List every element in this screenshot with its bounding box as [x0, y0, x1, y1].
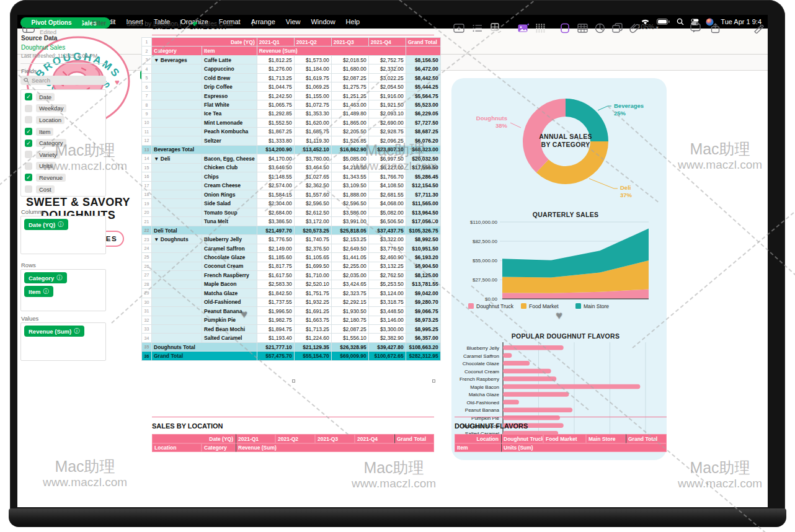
row-number[interactable]: 20 [142, 208, 152, 216]
value-cell[interactable]: $1,766.70 [368, 172, 406, 181]
row-number[interactable]: 28 [142, 280, 152, 288]
bottom-header-cell[interactable]: 2021-Q3 [315, 434, 355, 443]
table-row[interactable]: 22Deli Total$21,497.70$20,573.25$25,818.… [142, 226, 441, 234]
subtotal-label[interactable]: Deli Total [152, 226, 257, 234]
doughnut-flavors-table[interactable]: LocationDoughnut TruckFood MarketMain St… [455, 434, 667, 452]
table-row[interactable]: 11Peach Kombucha$1,867.25$1,685.75$2,205… [142, 127, 441, 136]
subtotal-value[interactable]: $39,427.80 [368, 342, 406, 351]
value-cell[interactable]: $3,776.50 [368, 244, 406, 252]
row-number[interactable]: 33 [142, 325, 152, 334]
row-total-cell[interactable]: $5,564.75 [406, 91, 440, 100]
row-total-cell[interactable]: $5,523.00 [406, 100, 440, 109]
value-cell[interactable]: $1,072.75 [294, 100, 331, 109]
table-row[interactable]: 26Coconut Cream$1,817.75$1,699.50$2,255.… [142, 262, 441, 270]
table-row[interactable]: 34Salted Caramel$1,193.40$1,224.60$1,556… [142, 334, 441, 342]
charts-panel[interactable]: ANNUAL SALESBY CATEGORYBeverages25%Dough… [451, 78, 667, 460]
value-cell[interactable]: $4,068.00 [368, 199, 406, 208]
table-row[interactable]: 7Espresso$1,242.50$1,155.00$1,251.25$1,9… [142, 91, 441, 100]
value-cell[interactable]: $3,146.00 [368, 316, 406, 324]
row-total-cell[interactable]: $9,280.70 [406, 298, 440, 306]
value-cell[interactable]: $1,751.75 [294, 289, 331, 298]
grand-total-value[interactable]: $57,475.70 [257, 352, 294, 360]
table-row[interactable]: 10Mint Lemonade$1,552.50$1,620.00$1,865.… [142, 118, 441, 127]
format-brush-icon[interactable] [752, 20, 766, 35]
bar-blueberry-jelly[interactable] [503, 345, 564, 350]
table-icon[interactable] [575, 20, 590, 35]
row-total-cell[interactable]: $6,357.00 [406, 334, 440, 342]
field-row-item[interactable]: ✓Item [21, 126, 105, 138]
item-cell[interactable]: Mint Lemonade [202, 118, 257, 127]
category-cell[interactable] [152, 199, 202, 208]
category-cell[interactable]: ▼ Beverages [152, 55, 202, 64]
table-row[interactable]: 29Matcha Glaze$1,842.50$1,751.75$2,323.7… [142, 289, 441, 298]
row-total-cell[interactable]: $10,951.50 [406, 244, 440, 252]
value-cell[interactable]: $1,065.75 [257, 100, 294, 109]
category-cell[interactable] [152, 334, 202, 342]
header-quarter[interactable]: 2021-Q2 [294, 38, 331, 47]
value-cell[interactable]: $1,865.00 [331, 118, 368, 127]
donut-chart[interactable]: ANNUAL SALESBY CATEGORYBeverages25%Dough… [476, 99, 644, 198]
value-cell[interactable]: $1,552.50 [257, 118, 294, 127]
table-row[interactable]: 8Flat White$1,065.75$1,072.75$1,463.00$1… [142, 100, 441, 109]
value-cell[interactable]: $2,684.00 [257, 208, 294, 216]
value-cell[interactable]: $1,584.15 [257, 190, 294, 198]
field-row-category[interactable]: ✓Category [21, 137, 105, 149]
value-cell[interactable]: $1,812.25 [257, 55, 294, 64]
comment-icon[interactable] [688, 20, 703, 35]
row-number[interactable]: 2 [142, 47, 152, 55]
row-total-cell[interactable]: $5,286.45 [406, 172, 440, 181]
value-cell[interactable]: $3,424.65 [331, 280, 368, 288]
row-number[interactable]: 34 [142, 334, 152, 342]
row-number[interactable]: 35 [142, 342, 152, 351]
row-number[interactable]: 18 [142, 190, 152, 198]
chart-icon[interactable] [593, 20, 608, 35]
value-cell[interactable]: $2,153.25 [331, 235, 368, 244]
row-number[interactable]: 7 [142, 91, 152, 100]
field-row-date[interactable]: ✓Date [21, 91, 105, 103]
field-chip[interactable]: Category [36, 139, 66, 147]
value-cell[interactable]: $1,463.00 [331, 100, 368, 109]
table-row[interactable]: 25Chocolate Glaze$1,185.60$1,105.65$1,44… [142, 253, 441, 262]
row-number[interactable]: 22 [142, 226, 152, 234]
bottom-header-cell[interactable]: 2021-Q1 [236, 434, 275, 443]
category-cell[interactable]: ▼ Doughnuts [152, 235, 202, 244]
table-row[interactable]: 35Doughnuts Total$21,777.10$21,129.35$26… [142, 342, 441, 351]
value-cell[interactable]: $3,022.25 [368, 73, 406, 82]
row-total-cell[interactable]: $17,556.50 [406, 163, 440, 172]
item-cell[interactable]: Cold Brew [202, 73, 257, 82]
flavors-table-title[interactable]: DOUGHNUT FLAVORS [455, 422, 528, 430]
item-cell[interactable]: Salted Caramel [202, 334, 257, 342]
table-row[interactable]: 33Red Bean Mochi$1,894.75$1,713.25$2,087… [142, 325, 441, 334]
category-cell[interactable] [152, 136, 202, 145]
location-table-title[interactable]: SALES BY LOCATION [152, 422, 223, 430]
value-cell[interactable]: $5,082.00 [368, 208, 406, 216]
item-cell[interactable]: Coconut Cream [202, 262, 257, 270]
category-cell[interactable] [152, 280, 202, 288]
value-cell[interactable]: $1,740.75 [294, 235, 331, 244]
value-cell[interactable]: $1,441.05 [331, 253, 368, 262]
field-row-weekday[interactable]: Weekday [21, 103, 105, 115]
value-cell[interactable]: $2,574.00 [257, 181, 294, 190]
value-cell[interactable]: $3,780.00 [294, 154, 331, 163]
value-cell[interactable]: $1,148.55 [257, 172, 294, 181]
value-cell[interactable]: $1,526.85 [331, 136, 368, 145]
row-number[interactable]: 6 [142, 82, 152, 91]
value-cell[interactable]: $1,930.50 [331, 307, 368, 316]
row-number[interactable]: 15 [142, 163, 152, 172]
item-cell[interactable]: Bacon, Egg, Cheese [202, 154, 257, 163]
value-cell[interactable]: $1,224.60 [294, 334, 331, 342]
checkbox-checked-icon[interactable]: ✓ [25, 174, 32, 181]
checkbox-unchecked-icon[interactable] [25, 105, 32, 112]
row-number[interactable]: 10 [142, 118, 152, 127]
value-cell[interactable]: $1,619.75 [294, 73, 331, 82]
row-total-cell[interactable]: $9,066.75 [406, 307, 440, 316]
value-cell[interactable]: $2,323.75 [331, 289, 368, 298]
bottom-header-cell[interactable]: Grand Total [394, 434, 434, 443]
media-icon[interactable]: ✦ [516, 20, 531, 35]
selection-handle[interactable] [432, 219, 435, 223]
table-row[interactable]: 12Seltzer$1,333.80$1,119.30$1,526.85$2,0… [142, 136, 441, 145]
pivot-chip-revenue-sum-[interactable]: Revenue (Sum)ⓘ [24, 326, 84, 337]
pivot-table-title[interactable]: SALES BY CATEGORY [152, 23, 228, 30]
value-cell[interactable]: $1,343.55 [331, 172, 368, 181]
value-cell[interactable]: $2,093.10 [368, 109, 406, 118]
